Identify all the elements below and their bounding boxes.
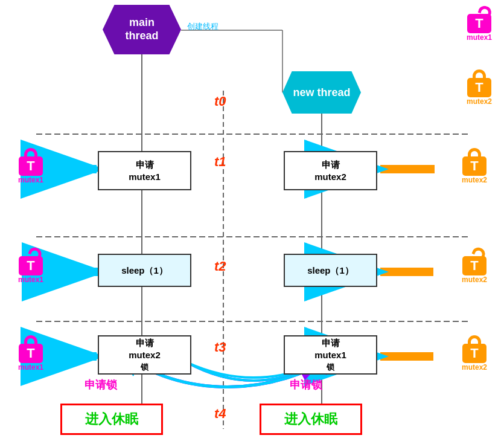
box-apply-mutex1-left: 申请mutex1 xyxy=(98,151,191,190)
sleep-box-left: 进入休眠 xyxy=(60,404,163,435)
apply-lock-label-left: 申请锁 xyxy=(85,378,117,392)
sleep-box-right: 进入休眠 xyxy=(260,404,362,435)
time-t3: t3 xyxy=(214,340,226,355)
box-apply-mutex2-right: 申请mutex2 xyxy=(284,151,377,190)
lock-mutex1-t2-left: T mutex1 xyxy=(18,248,43,284)
diagram-canvas: main thread 创建线程 new thread t0 t1 t2 t3 … xyxy=(0,0,504,441)
time-t1: t1 xyxy=(214,154,226,170)
lock-mutex1-t1-left: T mutex1 xyxy=(18,148,43,184)
lock-mutex2-top: T mutex2 xyxy=(467,69,492,106)
lock-mutex2-t2-right: T mutex2 xyxy=(462,248,487,284)
lock-mutex1-top: T mutex1 xyxy=(467,6,492,42)
diagram-svg xyxy=(0,0,504,441)
box-sleep-right: sleep（1） xyxy=(284,254,377,287)
time-t4: t4 xyxy=(214,406,226,422)
box-sleep-left: sleep（1） xyxy=(98,254,191,287)
lock-mutex2-t3-right: T mutex2 xyxy=(462,335,487,372)
create-thread-label: 创建线程 xyxy=(187,21,219,32)
time-t2: t2 xyxy=(214,259,226,274)
box-apply-mutex1-right: 申请mutex1锁 xyxy=(284,335,377,375)
main-thread-label: main thread xyxy=(125,16,158,42)
new-thread-label: new thread xyxy=(293,86,350,99)
lock-mutex2-t1-right: T mutex2 xyxy=(462,148,487,184)
time-t0: t0 xyxy=(214,94,226,109)
new-thread-node: new thread xyxy=(282,71,361,114)
main-thread-node: main thread xyxy=(103,5,181,54)
lock-mutex1-t3-left: T mutex1 xyxy=(18,335,43,372)
apply-lock-label-right: 申请锁 xyxy=(290,378,322,392)
box-apply-mutex2-left: 申请mutex2锁 xyxy=(98,335,191,375)
